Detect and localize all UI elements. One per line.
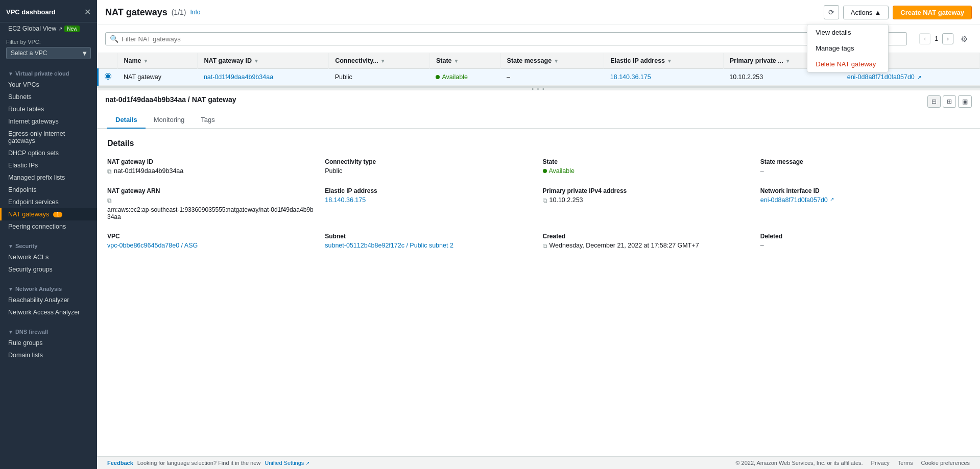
table-settings-button[interactable]: ⚙: [961, 34, 968, 44]
row-radio-cell[interactable]: [98, 69, 118, 86]
sidebar-item-nat-gateways[interactable]: NAT gateways 1: [0, 208, 97, 220]
field-connectivity-value: Public: [325, 167, 534, 175]
field-nat-id-value: ⧉ nat-0d1f49daa4b9b34aa: [107, 167, 317, 175]
view-toggle-split-icon[interactable]: ⊟: [927, 95, 941, 108]
col-nat-id[interactable]: NAT gateway ID ▼: [198, 53, 329, 69]
unified-settings-link[interactable]: Unified Settings ↗: [265, 460, 309, 466]
network-interface-ext-link-icon[interactable]: ↗: [917, 75, 921, 80]
sidebar-item-egress-only[interactable]: Egress-only internet gateways: [0, 128, 97, 147]
state-sort-icon: ▼: [454, 58, 459, 64]
field-connectivity: Connectivity type Public: [325, 158, 534, 175]
count-badge: (1/1): [172, 8, 186, 16]
field-nat-arn-label: NAT gateway ARN: [107, 187, 317, 194]
network-interface-ext-icon[interactable]: ↗: [830, 196, 834, 202]
ec2-global-view-label: EC2 Global View: [8, 25, 56, 32]
next-page-button[interactable]: ›: [942, 33, 953, 44]
actions-dropdown-menu: View details Manage tags Delete NAT gate…: [807, 24, 889, 72]
vpc-select[interactable]: Select a VPC: [6, 47, 91, 59]
connectivity-sort-icon: ▼: [380, 58, 386, 64]
sidebar-item-rule-groups[interactable]: Rule groups: [0, 337, 97, 349]
row-elastic-ip[interactable]: 18.140.36.175: [604, 69, 723, 86]
dropdown-item-view-details[interactable]: View details: [807, 24, 888, 40]
page-title-area: NAT gateways (1/1) Info: [105, 7, 201, 18]
detail-section-title: Details: [107, 139, 970, 148]
state-dot-icon: [436, 75, 440, 79]
detail-breadcrumb: nat-0d1f49daa4b9b34aa / NAT gateway: [105, 95, 236, 104]
sidebar-item-network-access[interactable]: Network Access Analyzer: [0, 306, 97, 318]
sidebar-item-internet-gateways[interactable]: Internet gateways: [0, 115, 97, 128]
col-state-message[interactable]: State message ▼: [500, 53, 604, 69]
actions-button[interactable]: Actions ▲: [843, 6, 889, 19]
refresh-button[interactable]: ⟳: [824, 5, 839, 19]
sidebar-item-network-acls[interactable]: Network ACLs: [0, 251, 97, 263]
col-name[interactable]: Name ▼: [117, 53, 198, 69]
state-msg-sort-icon: ▼: [554, 58, 559, 64]
sidebar-ec2-global-view[interactable]: EC2 Global View ↗ New: [0, 22, 97, 35]
view-toggle-side-icon[interactable]: ▣: [958, 95, 972, 108]
field-network-interface: Network interface ID eni-0d8a8f71d0fa057…: [760, 187, 970, 220]
field-subnet-value[interactable]: subnet-05112b4b8e92f172c / Public subnet…: [325, 242, 534, 249]
sidebar-header: VPC dashboard ✕: [0, 0, 97, 22]
footer-privacy-link[interactable]: Privacy: [871, 460, 890, 466]
sidebar-item-elastic-ips[interactable]: Elastic IPs: [0, 159, 97, 171]
field-deleted: Deleted –: [760, 233, 970, 250]
footer-terms-link[interactable]: Terms: [898, 460, 913, 466]
sidebar-item-managed-prefix[interactable]: Managed prefix lists: [0, 171, 97, 184]
col-elastic-ip[interactable]: Elastic IP address ▼: [604, 53, 723, 69]
name-sort-icon: ▼: [144, 58, 149, 64]
sidebar-group-vpc[interactable]: ▼ Virtual private cloud: [0, 66, 97, 79]
dropdown-item-delete[interactable]: Delete NAT gateway: [807, 56, 888, 72]
field-vpc-label: VPC: [107, 233, 317, 240]
sidebar-title: VPC dashboard: [6, 8, 56, 16]
sidebar-group-network-analysis[interactable]: ▼ Network Analysis: [0, 282, 97, 294]
row-nat-id[interactable]: nat-0d1f49daa4b9b34aa: [198, 69, 329, 86]
search-input[interactable]: [122, 35, 902, 43]
info-link[interactable]: Info: [190, 9, 201, 16]
field-state-message-value: –: [760, 167, 970, 175]
feedback-link[interactable]: Feedback: [107, 460, 133, 466]
field-nat-id: NAT gateway ID ⧉ nat-0d1f49daa4b9b34aa: [107, 158, 317, 175]
sidebar-group-security[interactable]: ▼ Security: [0, 239, 97, 251]
created-copy-icon[interactable]: ⧉: [543, 242, 547, 250]
pagination-area: ‹ 1 ›: [915, 31, 958, 46]
sidebar-group-dns-firewall[interactable]: ▼ DNS firewall: [0, 325, 97, 337]
field-primary-private-value: ⧉ 10.10.2.253: [543, 196, 752, 204]
sidebar-item-peering[interactable]: Peering connections: [0, 220, 97, 233]
col-connectivity[interactable]: Connectivity... ▼: [329, 53, 430, 69]
sidebar-item-domain-lists[interactable]: Domain lists: [0, 349, 97, 361]
arn-copy-icon[interactable]: ⧉: [107, 197, 112, 204]
tab-details[interactable]: Details: [107, 112, 146, 129]
sidebar-item-reachability[interactable]: Reachability Analyzer: [0, 294, 97, 306]
sidebar-close-icon[interactable]: ✕: [84, 7, 91, 17]
field-subnet-label: Subnet: [325, 233, 534, 240]
sidebar-item-endpoints[interactable]: Endpoints: [0, 184, 97, 196]
tab-monitoring[interactable]: Monitoring: [146, 112, 193, 129]
field-network-interface-value: eni-0d8a8f71d0fa057d0 ↗: [760, 196, 970, 204]
primary-copy-icon[interactable]: ⧉: [543, 197, 547, 204]
field-elastic-ip-value[interactable]: 18.140.36.175: [325, 196, 534, 204]
view-toggle-bottom-icon[interactable]: ⊞: [943, 95, 956, 108]
create-nat-gateway-button[interactable]: Create NAT gateway: [893, 6, 972, 19]
prev-page-button[interactable]: ‹: [919, 33, 930, 44]
sidebar-item-dhcp[interactable]: DHCP option sets: [0, 147, 97, 159]
row-state-message: –: [500, 69, 604, 86]
detail-state-dot-icon: [543, 169, 547, 173]
dropdown-item-manage-tags[interactable]: Manage tags: [807, 40, 888, 56]
field-state-message: State message –: [760, 158, 970, 175]
col-state[interactable]: State ▼: [429, 53, 500, 69]
sidebar-item-your-vpcs[interactable]: Your VPCs: [0, 79, 97, 91]
search-box: 🔍: [105, 32, 907, 45]
sidebar-item-security-groups[interactable]: Security groups: [0, 263, 97, 276]
sidebar-item-route-tables[interactable]: Route tables: [0, 103, 97, 115]
footer-cookies-link[interactable]: Cookie preferences: [921, 460, 970, 466]
field-network-interface-label: Network interface ID: [760, 187, 970, 194]
field-vpc-value[interactable]: vpc-0bbe86c9645da78e0 / ASG: [107, 242, 317, 249]
nat-id-copy-icon[interactable]: ⧉: [107, 168, 112, 175]
row-radio[interactable]: [105, 73, 111, 80]
field-elastic-ip-label: Elastic IP address: [325, 187, 534, 194]
sidebar-item-subnets[interactable]: Subnets: [0, 91, 97, 103]
tab-tags[interactable]: Tags: [193, 112, 223, 129]
footer-settings-text: Looking for language selection? Find it …: [137, 460, 261, 466]
sidebar-item-endpoint-services[interactable]: Endpoint services: [0, 196, 97, 208]
new-badge: New: [64, 26, 80, 32]
